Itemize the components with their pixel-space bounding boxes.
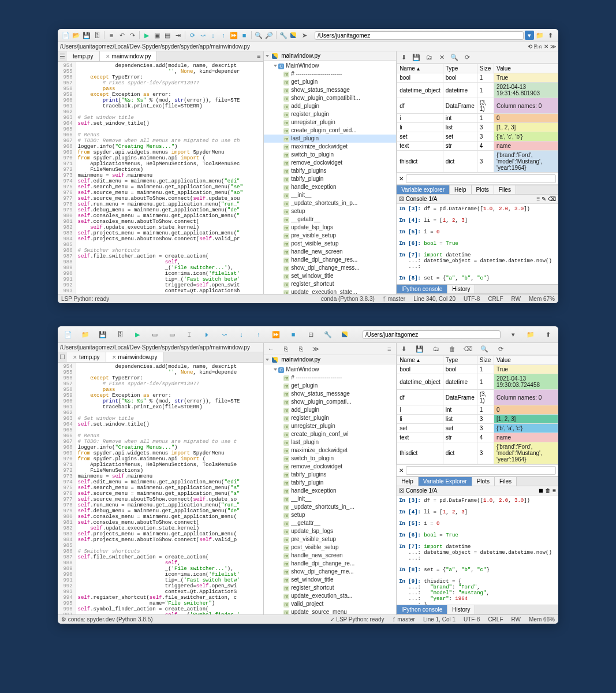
new-file-icon[interactable]: 📄 <box>64 330 73 339</box>
variable-table[interactable]: Name ▴TypeSizeValue boolbool1Truedatetim… <box>397 64 558 173</box>
var-search-input[interactable] <box>406 466 556 475</box>
tab-list-icon[interactable]: ☰ <box>58 51 67 61</box>
outline-class[interactable]: CMainWindow <box>264 366 396 374</box>
var-col-size[interactable]: Size <box>477 356 494 365</box>
new-file-icon[interactable]: 📄 <box>61 31 70 40</box>
working-dir-input[interactable] <box>363 330 501 339</box>
step-out-icon[interactable]: ↑ <box>219 31 228 40</box>
outline-item[interactable]: m# ------------------------ <box>264 70 396 78</box>
search-var-icon[interactable]: 🔍 <box>480 344 489 353</box>
outline-item[interactable]: mregister_plugin <box>264 414 396 422</box>
var-row[interactable]: setset3{'b', 'a', 'c'} <box>397 424 558 433</box>
outline-item[interactable]: mset_window_title <box>264 272 396 280</box>
tab-mainwindow-py[interactable]: ✕ mainwindow.py <box>106 352 164 362</box>
pane-tab-plots[interactable]: Plots <box>472 477 495 486</box>
var-row[interactable]: thisdictdict3{'brand':'Ford', 'model':'M… <box>397 151 558 173</box>
pane-tab-help[interactable]: Help <box>397 477 419 486</box>
var-row[interactable]: datetime_objectdatetime12021-04-13 19:30… <box>397 374 558 390</box>
pane-tab-help[interactable]: Help <box>450 185 472 194</box>
close-tab-icon[interactable]: ✕ <box>73 355 77 360</box>
python-path-icon[interactable] <box>341 330 350 339</box>
var-row[interactable]: textstr4name <box>397 141 558 151</box>
outline-file[interactable]: mainwindow.py <box>281 53 320 59</box>
save-all-icon[interactable]: 🗄 <box>92 31 102 40</box>
outline-item[interactable]: msetup <box>264 511 396 519</box>
outline-item[interactable]: mvalid_project <box>264 600 396 608</box>
var-col-type[interactable]: Type <box>443 64 477 73</box>
list-icon[interactable]: ≡ <box>107 31 116 40</box>
save-as-icon[interactable]: 🗂 <box>431 344 440 353</box>
options-icon[interactable]: ≡ <box>384 344 394 353</box>
zoom-icon[interactable]: ⊡ <box>306 330 315 339</box>
close-search-icon[interactable]: ✕ <box>399 467 404 474</box>
console-output[interactable]: In [3]: df = pd.DataFrame([1.0, 2.0, 3.0… <box>397 495 558 605</box>
outline-item[interactable]: mswitch_to_plugin <box>264 454 396 463</box>
save-data-icon[interactable]: 💾 <box>415 344 424 353</box>
outline-class[interactable]: CMainWindow <box>264 62 396 70</box>
outline-item[interactable]: m__getattr__ <box>264 519 396 527</box>
var-row[interactable]: dfDataFrame(3, 1)Column names: 0 <box>397 98 558 114</box>
outline-item[interactable]: mmaximize_dockwidget <box>264 143 396 151</box>
console-output[interactable]: In [3]: df = pd.DataFrame([1.0, 2.0, 3.0… <box>397 204 558 284</box>
run-selection-icon[interactable]: ⇥ <box>173 31 182 40</box>
open-file-icon[interactable]: 📂 <box>72 31 81 40</box>
outline-item[interactable]: m# ------------------------ <box>264 374 396 382</box>
outline-item[interactable]: mset_window_title <box>264 576 396 584</box>
run-cell-icon[interactable]: ▣ <box>152 31 162 40</box>
var-col-name[interactable]: Name ▴ <box>397 64 443 73</box>
continue-icon[interactable]: ⏩ <box>271 330 281 339</box>
step-into-icon[interactable]: ↓ <box>208 31 218 40</box>
outline-item[interactable]: mmaximize_dockwidget <box>264 446 396 454</box>
outline-item[interactable]: mtabify_plugin <box>264 479 396 487</box>
stop-debug-icon[interactable]: ■ <box>240 31 249 40</box>
outline-item[interactable]: mtabify_plugin <box>264 175 396 183</box>
outline-item[interactable]: mcreate_plugin_conf_wid... <box>264 126 396 135</box>
console-close-icon[interactable]: ☒ <box>399 487 404 494</box>
outline-item[interactable]: mregister_shortcut <box>264 280 396 288</box>
undo-icon[interactable]: ↶ <box>117 31 126 40</box>
outline-item[interactable]: msetup <box>264 207 396 215</box>
run-icon[interactable]: ▶ <box>142 31 151 40</box>
browse-folder-icon[interactable]: 📁 <box>535 31 544 40</box>
var-col-type[interactable]: Type <box>443 356 477 365</box>
pane-tab-files[interactable]: Files <box>494 185 516 194</box>
outline-item[interactable]: mtabify_plugins <box>264 167 396 175</box>
var-col-value[interactable]: Value <box>494 64 558 73</box>
wrench-icon[interactable]: 🔧 <box>279 31 288 40</box>
outline-item[interactable]: mhandle_dpi_change_res... <box>264 256 396 264</box>
outline-item[interactable]: mlast_plugin <box>264 438 396 446</box>
dropdown-icon[interactable]: ▾ <box>509 330 518 339</box>
pane-tab-history[interactable]: History <box>447 285 475 293</box>
zoom-in-icon[interactable]: 🔍 <box>254 31 263 40</box>
zoom-out-icon[interactable]: 🔎 <box>264 31 274 40</box>
pane-tab-history[interactable]: History <box>447 605 475 614</box>
outline-item[interactable]: munregister_plugin <box>264 422 396 430</box>
pane-tab-ipython-console[interactable]: IPython console <box>397 285 447 293</box>
code-content[interactable]: dependencies.add(module, name, descript … <box>76 62 245 294</box>
step-over-icon[interactable]: ⤻ <box>198 31 207 40</box>
outline-item[interactable]: mremove_dockwidget <box>264 463 396 471</box>
outline-item[interactable]: mpost_visible_setup <box>264 240 396 248</box>
var-col-name[interactable]: Name ▴ <box>397 356 443 365</box>
close-tab-icon[interactable]: ✕ <box>106 54 110 59</box>
outline-item[interactable]: mshow_plugin_compati... <box>264 398 396 406</box>
outline-item[interactable]: mshow_status_message <box>264 390 396 398</box>
outline-item[interactable]: mhandle_exception <box>264 183 396 191</box>
save-all-icon[interactable]: 🗄 <box>115 330 125 339</box>
var-col-value[interactable]: Value <box>494 356 558 365</box>
outline-item[interactable]: munregister_plugin <box>264 118 396 126</box>
step-over-icon[interactable]: ⤻ <box>219 330 229 339</box>
outline-item[interactable]: m__getattr__ <box>264 215 396 223</box>
console-close-icon[interactable]: ☒ <box>399 196 404 202</box>
pane-tab-variable-explorer[interactable]: Variable explorer <box>397 185 450 194</box>
step-into-icon[interactable]: ↓ <box>237 330 246 339</box>
var-row[interactable]: thisdictdict3{'brand':'Ford', 'model':'M… <box>397 442 558 464</box>
outline-item[interactable]: mshow_plugin_compatibilit... <box>264 94 396 102</box>
var-row[interactable]: iint10 <box>397 405 558 415</box>
run-icon[interactable]: ▶ <box>133 330 142 339</box>
delete-icon[interactable]: 🗑 <box>447 344 457 353</box>
step-out-icon[interactable]: ↑ <box>254 330 263 339</box>
outline-item[interactable]: mpost_visible_setup <box>264 543 396 552</box>
var-row[interactable]: boolbool1True <box>397 73 558 83</box>
browse-folder-icon[interactable]: 📁 <box>526 330 535 339</box>
